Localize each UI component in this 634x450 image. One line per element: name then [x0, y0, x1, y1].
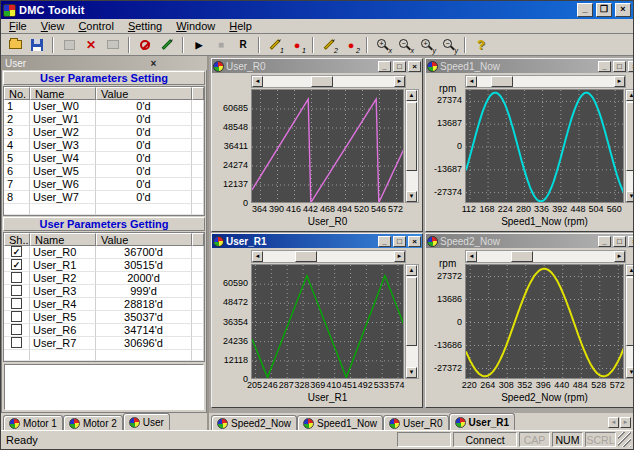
resize-grip[interactable]	[618, 432, 631, 447]
show-checkbox[interactable]	[11, 311, 22, 322]
h-scrollbar[interactable]: ◄►	[465, 250, 626, 263]
stop-watch-button[interactable]	[134, 35, 156, 55]
show-checkbox[interactable]	[11, 272, 22, 283]
show-checkbox[interactable]	[11, 324, 22, 335]
cell-value[interactable]: 0'd	[96, 178, 192, 191]
scroll-track[interactable]	[263, 251, 394, 262]
scroll-thumb[interactable]	[406, 277, 417, 346]
scroll-thumb[interactable]	[491, 76, 513, 87]
pen2-button[interactable]: 2	[318, 35, 340, 55]
child-minimize-button[interactable]: _	[378, 61, 391, 72]
cell-value[interactable]: 0'd	[96, 113, 192, 126]
menu-item-control[interactable]: Control	[78, 20, 113, 32]
pen1-button[interactable]: 1	[264, 35, 286, 55]
scroll-down-icon[interactable]: ▼	[626, 367, 633, 378]
delete-button[interactable]: ✕	[80, 35, 102, 55]
record2-button[interactable]: ●2	[340, 35, 362, 55]
reset-button[interactable]: R	[232, 35, 254, 55]
scroll-up-icon[interactable]: ▲	[626, 90, 633, 101]
scroll-left-icon[interactable]: ◄	[466, 76, 477, 87]
h-scrollbar[interactable]: ◄►	[251, 250, 406, 263]
scroll-right-icon[interactable]: ►	[614, 76, 625, 87]
show-checkbox[interactable]: ✓	[11, 259, 22, 270]
close-button[interactable]: ×	[615, 3, 631, 17]
show-checkbox[interactable]	[11, 285, 22, 296]
scroll-right-icon[interactable]: ►	[614, 251, 625, 262]
child-close-button[interactable]: ×	[408, 236, 421, 247]
menu-item-window[interactable]: Window	[176, 20, 215, 32]
show-checkbox[interactable]	[11, 337, 22, 348]
child-minimize-button[interactable]: _	[378, 236, 391, 247]
chart-plot[interactable]	[251, 264, 404, 379]
scroll-track[interactable]	[477, 251, 614, 262]
child-title-bar[interactable]: User_R1_□×	[212, 234, 422, 248]
tab-motor-2[interactable]: Motor 2	[63, 415, 123, 430]
child-title-bar[interactable]: User_R0_□×	[212, 59, 422, 73]
scroll-track[interactable]	[477, 76, 614, 87]
chart-plot[interactable]	[251, 89, 404, 203]
menu-item-help[interactable]: Help	[229, 20, 252, 32]
menu-item-setting[interactable]: Setting	[128, 20, 162, 32]
chart-plot[interactable]	[465, 264, 624, 379]
v-scrollbar[interactable]: ▲▼	[405, 264, 419, 379]
h-scrollbar[interactable]: ◄►	[465, 75, 626, 88]
save-button[interactable]	[26, 35, 48, 55]
scroll-track[interactable]	[626, 101, 633, 191]
child-close-button[interactable]: ×	[408, 61, 421, 72]
show-checkbox[interactable]: ✓	[11, 246, 22, 257]
message-box[interactable]	[4, 364, 204, 410]
dock-close-icon[interactable]: ×	[104, 58, 203, 69]
cell-value[interactable]: 0'd	[96, 152, 192, 165]
scroll-thumb[interactable]	[311, 76, 333, 87]
scroll-track[interactable]	[406, 101, 418, 191]
scroll-thumb[interactable]	[406, 102, 417, 171]
scroll-track[interactable]	[263, 76, 394, 87]
scroll-down-icon[interactable]: ▼	[406, 367, 417, 378]
show-checkbox[interactable]	[11, 298, 22, 309]
tab-speed1-now[interactable]: Speed1_Now	[297, 415, 383, 430]
minimize-button[interactable]: _	[577, 3, 593, 17]
help-button[interactable]: ?	[470, 35, 492, 55]
scroll-right-icon[interactable]: ►	[394, 251, 405, 262]
chart-plot[interactable]	[465, 89, 624, 203]
tab-user[interactable]: User	[123, 413, 170, 430]
scroll-thumb[interactable]	[295, 251, 317, 262]
zoom-out-x-button[interactable]: −x	[394, 35, 416, 55]
child-minimize-button[interactable]: _	[598, 236, 611, 247]
run-button[interactable]: ▶	[188, 35, 210, 55]
tab-motor-1[interactable]: Motor 1	[3, 415, 63, 430]
scroll-left-icon[interactable]: ◄	[466, 251, 477, 262]
tab-speed2-now[interactable]: Speed2_Now	[211, 415, 297, 430]
v-scrollbar[interactable]: ▲▼	[625, 264, 633, 379]
scroll-down-icon[interactable]: ▼	[626, 191, 633, 202]
scroll-left-icon[interactable]: ◄	[252, 76, 263, 87]
child-maximize-button[interactable]: □	[613, 61, 626, 72]
record1-button[interactable]: ●1	[286, 35, 308, 55]
scroll-track[interactable]	[626, 276, 633, 367]
child-title-bar[interactable]: Speed1_Now_□×	[426, 59, 633, 73]
menu-item-file[interactable]: File	[9, 20, 27, 32]
zoom-in-y-button[interactable]: +y	[416, 35, 438, 55]
tab-prev-icon[interactable]: ◄	[608, 417, 619, 428]
edit-button[interactable]	[156, 35, 178, 55]
child-maximize-button[interactable]: □	[393, 236, 406, 247]
child-minimize-button[interactable]: _	[598, 61, 611, 72]
scroll-thumb[interactable]	[511, 251, 533, 262]
tab-user-r0[interactable]: User_R0	[383, 415, 448, 430]
open-button[interactable]	[4, 35, 26, 55]
zoom-in-x-button[interactable]: +x	[372, 35, 394, 55]
child-title-bar[interactable]: Speed2_Now_□×	[426, 234, 633, 248]
scroll-up-icon[interactable]: ▲	[406, 90, 417, 101]
child-maximize-button[interactable]: □	[393, 61, 406, 72]
scroll-left-icon[interactable]: ◄	[252, 251, 263, 262]
dock-title-bar[interactable]: User ×	[1, 56, 207, 70]
child-close-button[interactable]: ×	[628, 236, 633, 247]
child-close-button[interactable]: ×	[628, 61, 633, 72]
cell-value[interactable]: 0'd	[96, 126, 192, 139]
cell-value[interactable]: 0'd	[96, 191, 192, 204]
scroll-track[interactable]	[406, 276, 418, 367]
scroll-thumb[interactable]	[626, 277, 633, 346]
h-scrollbar[interactable]: ◄►	[251, 75, 406, 88]
menu-item-view[interactable]: View	[41, 20, 65, 32]
cell-value[interactable]: 0'd	[96, 100, 192, 113]
